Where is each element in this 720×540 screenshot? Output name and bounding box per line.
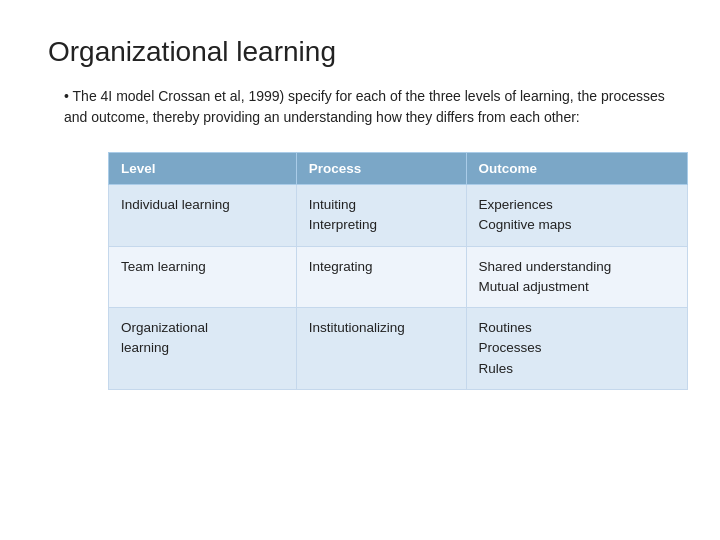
row3-process: Institutionalizing xyxy=(296,308,466,390)
row2-level: Team learning xyxy=(109,246,297,308)
table-row: Team learning Integrating Shared underst… xyxy=(109,246,688,308)
body-text: The 4I model Crossan et al, 1999) specif… xyxy=(64,86,672,128)
col-header-outcome: Outcome xyxy=(466,153,687,185)
col-header-level: Level xyxy=(109,153,297,185)
row1-outcome: ExperiencesCognitive maps xyxy=(466,185,687,247)
slide: Organizational learning The 4I model Cro… xyxy=(0,0,720,540)
table-row: Individual learning IntuitingInterpretin… xyxy=(109,185,688,247)
row2-outcome: Shared understandingMutual adjustment xyxy=(466,246,687,308)
row2-process: Integrating xyxy=(296,246,466,308)
row3-outcome: RoutinesProcessesRules xyxy=(466,308,687,390)
page-title: Organizational learning xyxy=(48,36,672,68)
row1-process: IntuitingInterpreting xyxy=(296,185,466,247)
table-row: Organizationallearning Institutionalizin… xyxy=(109,308,688,390)
row3-level: Organizationallearning xyxy=(109,308,297,390)
col-header-process: Process xyxy=(296,153,466,185)
learning-table: Level Process Outcome Individual learnin… xyxy=(108,152,688,390)
row1-level: Individual learning xyxy=(109,185,297,247)
